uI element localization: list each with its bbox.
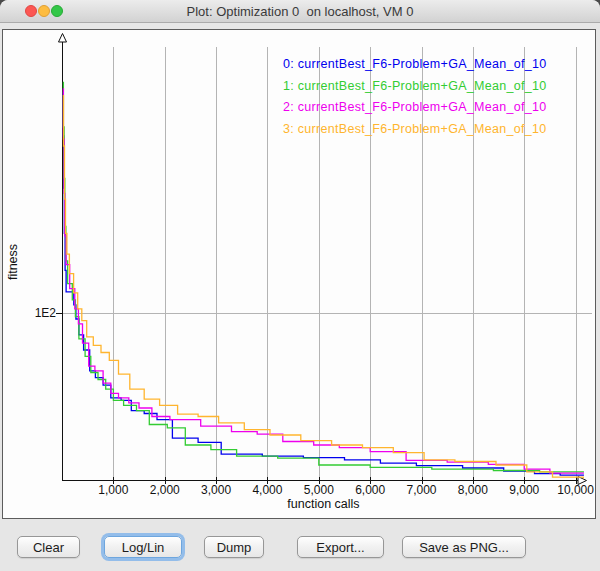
legend-item-0: 0: currentBest_F6-Problem+GA_Mean_of_10: [283, 54, 547, 76]
x-tick-label: 8,000: [458, 483, 488, 497]
x-tick-label: 7,000: [407, 483, 437, 497]
x-axis-label: function calls: [62, 497, 585, 511]
log-lin-toggle-button[interactable]: Log/Lin: [104, 536, 182, 558]
export-button[interactable]: Export...: [297, 536, 384, 558]
x-tick-label: 3,000: [201, 483, 231, 497]
save-as-png-button[interactable]: Save as PNG...: [402, 536, 526, 558]
x-tick-label: 4,000: [252, 483, 282, 497]
x-tick-label: 2,000: [150, 483, 180, 497]
legend-item-2: 2: currentBest_F6-Problem+GA_Mean_of_10: [283, 97, 547, 119]
x-tick-label: 6,000: [355, 483, 385, 497]
legend-item-3: 3: currentBest_F6-Problem+GA_Mean_of_10: [283, 119, 547, 141]
title-bar: Plot: Optimization 0 on localhost, VM 0: [0, 0, 600, 23]
x-tick-label: 10,000: [557, 483, 594, 497]
x-tick-label: 5,000: [304, 483, 334, 497]
y-tick-label: 1E2: [26, 306, 56, 320]
clear-button[interactable]: Clear: [17, 536, 80, 558]
x-tick-label: 9,000: [509, 483, 539, 497]
dump-button[interactable]: Dump: [204, 536, 264, 558]
legend-item-1: 1: currentBest_F6-Problem+GA_Mean_of_10: [283, 76, 547, 98]
plot-window: Plot: Optimization 0 on localhost, VM 0 …: [0, 0, 600, 571]
window-title: Plot: Optimization 0 on localhost, VM 0: [0, 4, 600, 19]
y-axis-label: fitness: [6, 222, 20, 302]
x-tick-label: 1,000: [98, 483, 128, 497]
chart-legend: 0: currentBest_F6-Problem+GA_Mean_of_101…: [283, 54, 547, 140]
